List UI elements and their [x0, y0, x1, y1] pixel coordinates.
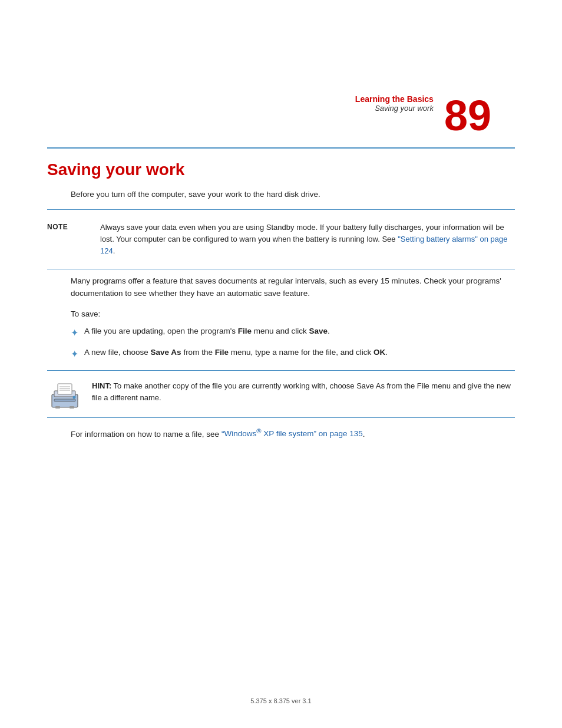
page-container: Learning the Basics Saving your work 89 … [0, 0, 562, 728]
top-divider [47, 147, 515, 149]
section-title: Saving your work [47, 160, 515, 179]
hint-block: HINT: To make another copy of the file y… [47, 370, 515, 418]
note-bottom-divider [47, 269, 515, 269]
note-label: NOTE [47, 222, 94, 231]
hint-icon [47, 378, 82, 410]
bottom-text-before: For information on how to name a file, s… [71, 429, 222, 438]
svg-rect-8 [55, 406, 60, 409]
to-save-label: To save: [71, 308, 515, 321]
svg-rect-6 [54, 399, 75, 401]
list-item: ✦ A file you are updating, open the prog… [71, 325, 515, 341]
svg-rect-2 [58, 384, 72, 394]
footer-text: 5.375 x 8.375 ver 3.1 [250, 697, 311, 704]
hint-text: HINT: To make another copy of the file y… [92, 378, 515, 404]
bottom-link[interactable]: “Windows® XP file system” on page 135 [222, 429, 363, 438]
content-area: Saving your work Before you turn off the… [0, 160, 562, 440]
body-paragraph: Many programs offer a feature that saves… [71, 275, 515, 300]
diamond-bullet-2: ✦ [71, 347, 78, 362]
bullet-1-text: A file you are updating, open the progra… [84, 325, 330, 338]
page-number: 89 [444, 94, 491, 137]
note-text: Always save your data even when you are … [100, 222, 515, 257]
header-section: Learning the Basics Saving your work 89 [0, 0, 562, 143]
bullet-2-text: A new file, choose Save As from the File… [84, 347, 388, 359]
bottom-paragraph: For information on how to name a file, s… [71, 426, 515, 440]
bottom-text-after: . [363, 429, 365, 438]
chapter-title: Learning the Basics [355, 94, 434, 104]
note-block: NOTE Always save your data even when you… [47, 216, 515, 263]
bullet-list: ✦ A file you are updating, open the prog… [71, 325, 515, 362]
diamond-bullet-1: ✦ [71, 326, 78, 341]
header-text-group: Learning the Basics Saving your work [355, 94, 434, 113]
svg-point-7 [73, 396, 76, 398]
footer: 5.375 x 8.375 ver 3.1 [0, 697, 562, 704]
note-top-divider [47, 209, 515, 210]
note-text-after: . [113, 246, 115, 255]
intro-text: Before you turn off the computer, save y… [71, 189, 515, 201]
section-subtitle-header: Saving your work [355, 104, 434, 113]
svg-rect-9 [70, 406, 74, 409]
list-item: ✦ A new file, choose Save As from the Fi… [71, 347, 515, 362]
